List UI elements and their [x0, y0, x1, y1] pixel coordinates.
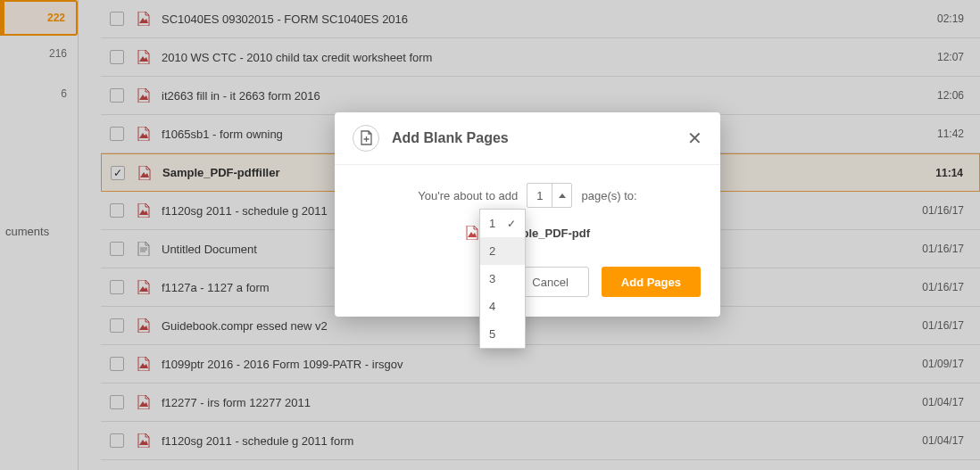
sidebar-count: 6: [61, 87, 67, 100]
check-icon: ✓: [507, 218, 516, 230]
modal-footer: Cancel Add Pages: [335, 258, 720, 317]
file-name: f1120sg 2011 - schedule g 2011 form: [162, 434, 911, 448]
file-name: Guidebook.compr essed new v2: [162, 319, 911, 333]
file-time: 01/16/17: [922, 204, 964, 217]
pdf-icon: [137, 433, 151, 448]
checkbox[interactable]: [110, 433, 124, 448]
dropdown-option[interactable]: 4: [480, 293, 525, 320]
pdf-icon: [465, 226, 479, 240]
select-value: 1: [527, 189, 552, 202]
close-icon[interactable]: ✕: [687, 128, 702, 149]
sidebar-item-active[interactable]: 222: [0, 0, 78, 36]
modal-text: You're about to add: [418, 189, 518, 202]
dropdown-option[interactable]: 2: [480, 237, 525, 265]
checkbox[interactable]: [110, 357, 124, 371]
modal-title: Add Blank Pages: [392, 130, 687, 146]
target-file: Sample_PDF-pdf: [356, 226, 699, 240]
file-name: SC1040ES 09302015 - FORM SC1040ES 2016: [162, 12, 926, 26]
doc-icon: [137, 242, 151, 256]
add-blank-pages-modal: Add Blank Pages ✕ You're about to add 1 …: [335, 112, 720, 317]
pdf-icon: [137, 357, 151, 371]
file-time: 12:07: [937, 51, 964, 63]
sidebar-count: 222: [47, 12, 65, 24]
pdf-icon: [137, 318, 151, 333]
file-row[interactable]: 2010 WS CTC - 2010 child tax credit work…: [101, 38, 980, 77]
sidebar-item[interactable]: 6: [0, 71, 78, 116]
checkbox[interactable]: [110, 127, 124, 141]
checkbox[interactable]: [111, 166, 125, 180]
file-time: 01/16/17: [922, 281, 964, 293]
sidebar-item[interactable]: 216: [0, 36, 78, 71]
checkbox[interactable]: [110, 242, 124, 256]
modal-header: Add Blank Pages ✕: [335, 112, 720, 165]
modal-body: You're about to add 1 page(s) to: Sample…: [335, 165, 720, 258]
checkbox[interactable]: [110, 318, 124, 333]
pdf-icon: [137, 395, 151, 409]
checkbox[interactable]: [110, 88, 124, 103]
dropdown-option[interactable]: 5: [480, 320, 525, 348]
page-count-dropdown: 1✓2345: [479, 209, 526, 349]
page-count-select[interactable]: 1: [527, 183, 572, 208]
file-name: f12277 - irs form 12277 2011: [162, 396, 911, 409]
dropdown-option[interactable]: 1✓: [480, 210, 525, 237]
file-time: 02:19: [937, 12, 964, 25]
pdf-icon: [137, 280, 151, 294]
file-name: 2010 WS CTC - 2010 child tax credit work…: [162, 51, 926, 64]
page-plus-icon: [353, 125, 379, 152]
file-time: 11:14: [935, 167, 963, 179]
file-time: 12:06: [937, 89, 964, 102]
file-name: f1099ptr 2016 - 2016 Form 1099-PATR - ir…: [162, 358, 911, 371]
file-name: it2663 fill in - it 2663 form 2016: [162, 89, 926, 103]
file-time: 11:42: [937, 128, 964, 140]
file-time: 01/16/17: [922, 319, 964, 332]
pdf-icon: [137, 50, 151, 64]
file-row[interactable]: f12277 - irs form 12277 201101/04/17: [101, 383, 980, 422]
file-time: 01/04/17: [922, 434, 964, 447]
file-time: 01/16/17: [922, 243, 964, 255]
sidebar-count: 216: [49, 47, 67, 60]
checkbox[interactable]: [110, 280, 124, 294]
file-time: 01/09/17: [922, 358, 964, 370]
chevron-up-icon[interactable]: [552, 183, 571, 208]
dropdown-option[interactable]: 3: [480, 265, 525, 293]
checkbox[interactable]: [110, 395, 124, 409]
pdf-icon: [137, 12, 151, 26]
checkbox[interactable]: [110, 12, 124, 26]
checkbox[interactable]: [110, 203, 124, 218]
checkbox[interactable]: [110, 50, 124, 64]
file-row[interactable]: SC1040ES 09302015 - FORM SC1040ES 201602…: [101, 0, 980, 38]
add-pages-button[interactable]: Add Pages: [602, 267, 701, 297]
sidebar-label: cuments: [5, 225, 49, 238]
modal-text: page(s) to:: [581, 189, 636, 202]
file-row[interactable]: f1120sg 2011 - schedule g 2011 form01/04…: [101, 422, 980, 460]
sidebar: 222 216 6 cuments: [0, 0, 79, 470]
pdf-icon: [137, 127, 151, 141]
file-row[interactable]: f1099ptr 2016 - 2016 Form 1099-PATR - ir…: [101, 345, 980, 383]
file-time: 01/04/17: [922, 396, 964, 408]
pdf-icon: [137, 88, 151, 103]
pdf-icon: [137, 166, 152, 180]
file-row[interactable]: it2663 fill in - it 2663 form 201612:06: [101, 77, 980, 115]
pdf-icon: [137, 203, 151, 218]
